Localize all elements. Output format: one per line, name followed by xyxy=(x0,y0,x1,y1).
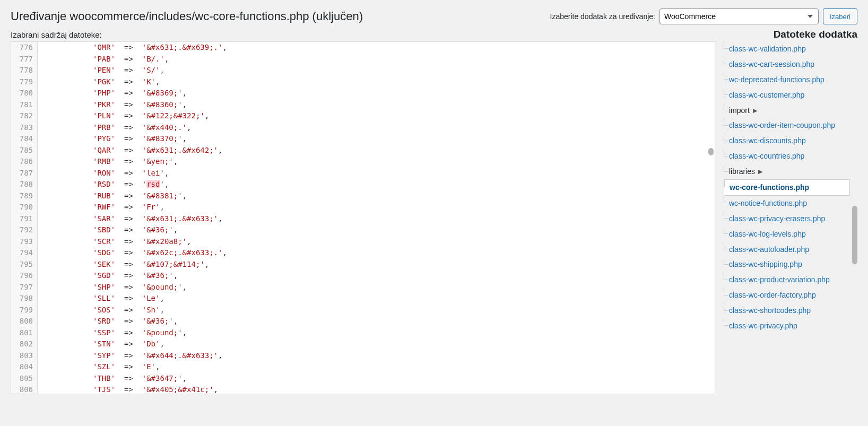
code-line[interactable]: 'SSP' => '&pound;', xyxy=(42,327,715,339)
folder-item[interactable]: import▶ xyxy=(724,103,850,118)
line-number: 779 xyxy=(11,76,33,88)
code-editor[interactable]: 7767777787797807817827837847857867877887… xyxy=(11,41,715,394)
line-number: 784 xyxy=(11,133,33,145)
file-link[interactable]: class-wc-validation.php xyxy=(729,44,806,54)
code-line[interactable]: 'OMR' => '&#x631;.&#x639;.', xyxy=(42,42,715,54)
header: Uređivanje woocommerce/includes/wc-core-… xyxy=(11,8,857,24)
code-line[interactable]: 'PEN' => 'S/', xyxy=(42,65,715,76)
line-number: 778 xyxy=(11,65,33,76)
code-line[interactable]: 'SYP' => '&#x644;.&#x633;', xyxy=(42,350,715,362)
editor-scrollbar[interactable] xyxy=(708,42,714,394)
file-link[interactable]: wc-notice-functions.php xyxy=(729,198,807,208)
file-content-label: Izabrani sadržaj datoteke: xyxy=(11,30,102,39)
file-item[interactable]: class-wc-order-factory.php xyxy=(724,288,850,303)
code-line[interactable]: 'SEK' => '&#107;&#114;', xyxy=(42,259,715,271)
line-number: 788 xyxy=(11,179,33,190)
file-item-active[interactable]: wc-core-functions.php xyxy=(724,179,850,196)
code-line[interactable]: 'RUB' => '&#8381;', xyxy=(42,190,715,202)
code-line[interactable]: 'PKR' => '&#8360;', xyxy=(42,99,715,111)
file-link[interactable]: class-wc-countries.php xyxy=(729,151,804,161)
select-plugin-button[interactable]: Izaberi xyxy=(823,8,857,24)
line-number: 802 xyxy=(11,338,33,350)
file-link[interactable]: wc-deprecated-functions.php xyxy=(729,75,824,85)
file-link[interactable]: class-wc-shortcodes.php xyxy=(729,306,811,316)
file-item[interactable]: class-wc-shortcodes.php xyxy=(724,303,850,318)
code-line[interactable]: 'STN' => 'Db', xyxy=(42,338,715,350)
code-line[interactable]: 'SOS' => 'Sh', xyxy=(42,305,715,316)
file-link[interactable]: class-wc-privacy.php xyxy=(729,321,797,331)
line-number-gutter: 7767777787797807817827837847857867877887… xyxy=(11,42,38,394)
code-line[interactable]: 'SCR' => '&#x20a8;', xyxy=(42,236,715,248)
code-line[interactable]: 'SRD' => '&#36;', xyxy=(42,316,715,327)
line-number: 796 xyxy=(11,270,33,282)
line-number: 782 xyxy=(11,110,33,122)
code-line[interactable]: 'SDG' => '&#x62c;.&#x633;.', xyxy=(42,247,715,259)
file-link[interactable]: class-wc-shipping.php xyxy=(729,259,802,269)
file-item[interactable]: wc-notice-functions.php xyxy=(724,196,850,211)
file-link[interactable]: wc-core-functions.php xyxy=(730,182,809,193)
code-line[interactable]: 'TJS' => '&#x405;&#x41c;', xyxy=(42,384,715,394)
line-number: 798 xyxy=(11,293,33,305)
file-link[interactable]: class-wc-order-item-coupon.php xyxy=(729,120,835,131)
file-link[interactable]: class-wc-log-levels.php xyxy=(729,229,806,239)
code-line[interactable]: 'RMB' => '&yen;', xyxy=(42,156,715,168)
folder-item[interactable]: libraries▶ xyxy=(724,164,850,179)
line-number: 791 xyxy=(11,213,33,225)
file-item[interactable]: class-wc-shipping.php xyxy=(724,257,850,272)
file-link[interactable]: class-wc-order-factory.php xyxy=(729,290,816,300)
code-line[interactable]: 'SBD' => '&#36;', xyxy=(42,224,715,236)
code-line[interactable]: 'RON' => 'lei', xyxy=(42,168,715,179)
file-item[interactable]: class-wc-countries.php xyxy=(724,149,850,164)
file-item[interactable]: class-wc-privacy-erasers.php xyxy=(724,211,850,227)
sidebar-scrollbar[interactable] xyxy=(852,41,857,394)
sub-header: Izabrani sadržaj datoteke: Datoteke doda… xyxy=(11,29,857,40)
file-item[interactable]: class-wc-discounts.php xyxy=(724,133,850,149)
line-number: 792 xyxy=(11,224,33,236)
file-item[interactable]: class-wc-log-levels.php xyxy=(724,227,850,242)
file-item[interactable]: class-wc-customer.php xyxy=(724,88,850,103)
code-line[interactable]: 'RWF' => 'Fr', xyxy=(42,202,715,213)
file-link[interactable]: class-wc-cart-session.php xyxy=(729,59,814,69)
file-item[interactable]: wc-deprecated-functions.php xyxy=(724,72,850,88)
file-item[interactable]: class-wc-privacy.php xyxy=(724,318,850,334)
sidebar-scrollbar-thumb[interactable] xyxy=(852,206,857,264)
code-line[interactable]: 'PAB' => 'B/.', xyxy=(42,54,715,65)
code-line[interactable]: 'PHP' => '&#8369;', xyxy=(42,88,715,99)
file-item[interactable]: class-wc-autoloader.php xyxy=(724,242,850,257)
code-line[interactable]: 'PRB' => '&#x440;.', xyxy=(42,122,715,134)
code-line[interactable]: 'SAR' => '&#x631;.&#x633;', xyxy=(42,213,715,225)
line-number: 781 xyxy=(11,99,33,111)
line-number: 790 xyxy=(11,202,33,213)
code-line[interactable]: 'RSD' => 'rsd', xyxy=(42,179,715,190)
line-number: 806 xyxy=(11,384,33,394)
code-line[interactable]: 'PYG' => '&#8370;', xyxy=(42,133,715,145)
folder-label: import xyxy=(729,106,750,116)
file-item[interactable]: class-wc-order-item-coupon.php xyxy=(724,118,850,133)
code-line[interactable]: 'QAR' => '&#x631;.&#x642;', xyxy=(42,145,715,157)
code-line[interactable]: 'SLL' => 'Le', xyxy=(42,293,715,305)
code-line[interactable]: 'PGK' => 'K', xyxy=(42,76,715,88)
file-item[interactable]: class-wc-product-variation.php xyxy=(724,272,850,288)
code-line[interactable]: 'PLN' => '&#122;&#322;', xyxy=(42,110,715,122)
plugin-select[interactable]: WooCommerce xyxy=(659,8,819,24)
code-line[interactable]: 'SHP' => '&pound;', xyxy=(42,282,715,293)
file-item[interactable]: class-wc-validation.php xyxy=(724,41,850,57)
code-line[interactable]: 'SGD' => '&#36;', xyxy=(42,270,715,282)
line-number: 787 xyxy=(11,168,33,179)
line-number: 805 xyxy=(11,373,33,385)
line-number: 804 xyxy=(11,361,33,373)
editor-scrollbar-thumb[interactable] xyxy=(708,148,714,155)
code-line[interactable]: 'SZL' => 'E', xyxy=(42,361,715,373)
file-link[interactable]: class-wc-product-variation.php xyxy=(729,275,830,285)
file-item[interactable]: class-wc-cart-session.php xyxy=(724,57,850,72)
file-link[interactable]: class-wc-autoloader.php xyxy=(729,245,809,255)
code-content[interactable]: 'OMR' => '&#x631;.&#x639;.','PAB' => 'B/… xyxy=(38,42,715,394)
chevron-right-icon: ▶ xyxy=(758,168,762,176)
code-line[interactable]: 'THB' => '&#3647;', xyxy=(42,373,715,385)
file-link[interactable]: class-wc-privacy-erasers.php xyxy=(729,214,825,224)
line-number: 776 xyxy=(11,42,33,54)
file-link[interactable]: class-wc-customer.php xyxy=(729,90,804,100)
file-link[interactable]: class-wc-discounts.php xyxy=(729,136,806,146)
line-number: 785 xyxy=(11,145,33,157)
line-number: 780 xyxy=(11,88,33,99)
